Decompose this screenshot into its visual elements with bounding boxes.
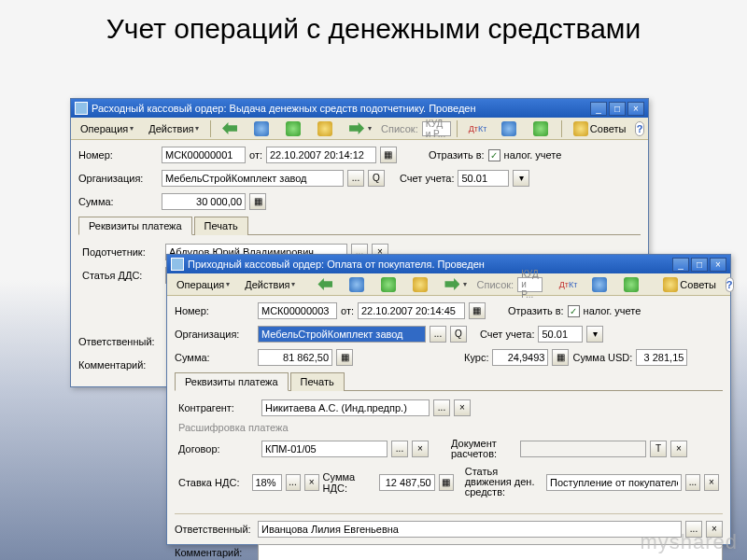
- list-value[interactable]: КУД и Р...: [422, 121, 451, 136]
- sum-label: Сумма:: [175, 352, 254, 363]
- rate-calc-icon[interactable]: ▦: [552, 349, 569, 366]
- resp-select-icon[interactable]: ...: [685, 521, 702, 538]
- tool-nav-back[interactable]: [312, 275, 340, 294]
- titlebar[interactable]: Расходный кассовый ордер: Выдача денежны…: [71, 99, 648, 118]
- minimize-button[interactable]: _: [672, 258, 689, 272]
- tool-struct[interactable]: [618, 275, 646, 294]
- tab-payment-details[interactable]: Реквизиты платежа: [175, 372, 289, 391]
- vat-label: Ставка НДС:: [178, 477, 248, 488]
- ddsitem-select-icon[interactable]: ...: [685, 474, 700, 491]
- tool-save[interactable]: [344, 275, 372, 294]
- sum-calc-icon[interactable]: ▦: [336, 349, 353, 366]
- tab-payment-details[interactable]: Реквизиты платежа: [78, 217, 192, 235]
- tax-checkbox[interactable]: ✓: [568, 305, 580, 317]
- close-button[interactable]: ×: [710, 258, 726, 272]
- account-dd-icon[interactable]: ▾: [513, 170, 529, 187]
- account-field[interactable]: [538, 326, 583, 343]
- vatsum-label: Сумма НДС:: [323, 471, 375, 494]
- sum-calc-icon[interactable]: ▦: [249, 193, 266, 210]
- agreement-select-icon[interactable]: ...: [391, 441, 408, 457]
- rate-field[interactable]: [492, 349, 548, 366]
- vat-field[interactable]: [252, 474, 282, 491]
- section-breakdown-title: Расшифровка платежа: [178, 422, 719, 433]
- tool-save[interactable]: [248, 119, 276, 138]
- operation-menu[interactable]: Операция▾: [75, 121, 139, 136]
- titlebar[interactable]: Приходный кассовый ордер: Оплата от поку…: [167, 255, 730, 273]
- calendar-icon[interactable]: ▦: [380, 147, 397, 163]
- tool-struct[interactable]: [528, 119, 556, 138]
- contragent-label: Контрагент:: [178, 402, 258, 413]
- number-label: Номер:: [78, 149, 158, 161]
- tab-print[interactable]: Печать: [290, 372, 345, 391]
- number-field[interactable]: [162, 147, 246, 163]
- tool-nav-back[interactable]: [217, 119, 245, 138]
- date-field[interactable]: [358, 302, 465, 319]
- org-select-icon[interactable]: ...: [347, 170, 364, 187]
- vat-clear-icon[interactable]: ×: [304, 474, 319, 491]
- ddsitem-clear-icon[interactable]: ×: [704, 474, 719, 491]
- list-value[interactable]: КУД и Р...: [517, 277, 543, 292]
- tool-post[interactable]: [375, 275, 403, 294]
- minimize-button[interactable]: _: [590, 102, 607, 116]
- account-field[interactable]: [458, 170, 509, 187]
- maximize-button[interactable]: □: [691, 258, 708, 272]
- number-field[interactable]: [258, 302, 337, 319]
- doc-type-icon[interactable]: T: [650, 441, 667, 457]
- app-icon: [75, 102, 88, 115]
- tool-dtkt[interactable]: ДтКт: [554, 279, 584, 290]
- app-icon: [171, 258, 184, 271]
- sum-field[interactable]: [162, 193, 246, 210]
- org-field[interactable]: [258, 326, 426, 343]
- account-label: Счет учета:: [480, 329, 534, 340]
- from-label: от:: [341, 305, 354, 316]
- org-field[interactable]: [162, 170, 344, 187]
- account-dd-icon[interactable]: ▾: [586, 326, 603, 343]
- tab-print[interactable]: Печать: [194, 217, 248, 235]
- comment-field[interactable]: [258, 544, 723, 560]
- sum-field[interactable]: [258, 349, 332, 366]
- doc-field[interactable]: [520, 441, 646, 457]
- close-button[interactable]: ×: [627, 102, 644, 116]
- window-incoming-cash-order: Приходный кассовый ордер: Оплата от поку…: [166, 254, 731, 545]
- reflect-label: Отразить в:: [508, 305, 564, 316]
- org-select-icon[interactable]: ...: [430, 326, 446, 343]
- agreement-field[interactable]: [261, 441, 388, 457]
- actions-menu[interactable]: Действия▾: [143, 121, 204, 136]
- contragent-clear-icon[interactable]: ×: [454, 399, 471, 416]
- date-field[interactable]: [266, 147, 376, 163]
- actions-menu[interactable]: Действия▾: [239, 277, 301, 292]
- advice-button[interactable]: Советы: [657, 275, 721, 294]
- tool-print[interactable]: [407, 275, 435, 294]
- tool-report[interactable]: [586, 275, 614, 294]
- vatsum-field[interactable]: [379, 474, 435, 491]
- tax-checkbox[interactable]: ✓: [488, 149, 500, 161]
- calendar-icon[interactable]: ▦: [469, 302, 486, 319]
- org-lookup-icon[interactable]: Q: [368, 170, 385, 187]
- help-button[interactable]: ?: [726, 277, 734, 292]
- tool-go[interactable]: ▾: [344, 119, 377, 138]
- resp-clear-icon[interactable]: ×: [706, 521, 723, 538]
- contragent-select-icon[interactable]: ...: [433, 399, 450, 416]
- tool-dtkt[interactable]: ДтКт: [463, 123, 493, 134]
- tool-report[interactable]: [496, 119, 524, 138]
- ddsitem-label: Статья движения ден. средств:: [465, 467, 543, 497]
- tool-go[interactable]: ▾: [439, 275, 472, 294]
- agreement-clear-icon[interactable]: ×: [412, 441, 429, 457]
- advice-button[interactable]: Советы: [568, 119, 631, 138]
- doc-clear-icon[interactable]: ×: [670, 441, 687, 457]
- person-label: Подотчетник:: [82, 246, 162, 258]
- contragent-field[interactable]: [261, 399, 430, 416]
- vat-select-icon[interactable]: ...: [286, 474, 301, 491]
- sumusd-field[interactable]: [636, 349, 687, 366]
- vatsum-calc-icon[interactable]: ▦: [439, 474, 454, 491]
- tool-print[interactable]: [312, 119, 340, 138]
- toolbar: Операция▾ Действия▾ ▾ Список: КУД и Р...…: [167, 273, 730, 296]
- resp-field[interactable]: [258, 521, 682, 538]
- operation-menu[interactable]: Операция▾: [171, 277, 235, 292]
- maximize-button[interactable]: □: [609, 102, 626, 116]
- tool-post[interactable]: [280, 119, 308, 138]
- reflect-label: Отразить в:: [429, 149, 485, 161]
- help-button[interactable]: ?: [635, 121, 644, 136]
- org-lookup-icon[interactable]: Q: [450, 326, 467, 343]
- ddsitem-field[interactable]: [546, 474, 682, 491]
